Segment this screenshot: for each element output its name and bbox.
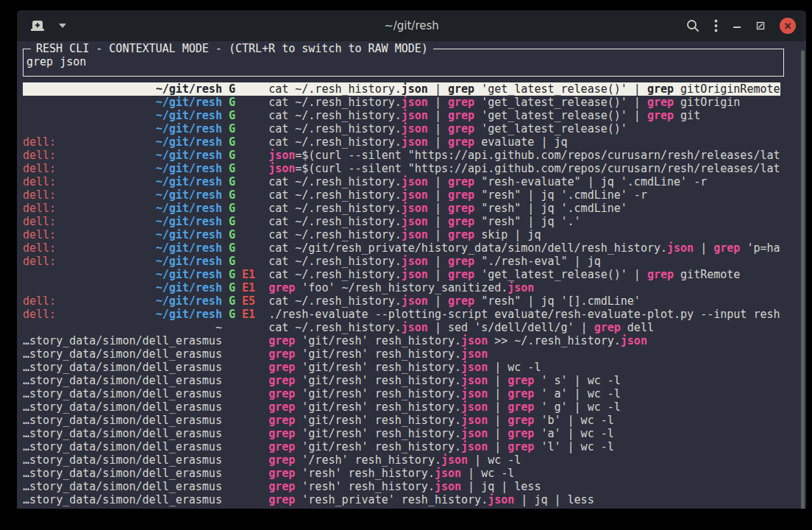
- match-highlight: json: [461, 347, 488, 361]
- restore-icon[interactable]: [756, 21, 765, 30]
- match-highlight: grep: [448, 109, 474, 122]
- row-host: dell:: [23, 308, 56, 321]
- row-command: |: [488, 427, 508, 440]
- history-row[interactable]: …story_data/simon/dell_erasmus grep 'res…: [23, 467, 514, 480]
- row-directory: …story_data/simon/dell_erasmus: [23, 414, 222, 427]
- history-row[interactable]: dell: ~/git/resh G cat ~/.resh_history.j…: [23, 135, 568, 149]
- history-row[interactable]: …story_data/simon/dell_erasmus grep 'res…: [23, 480, 541, 493]
- search-icon[interactable]: [686, 19, 699, 32]
- match-highlight: grep: [268, 440, 295, 453]
- history-row[interactable]: …story_data/simon/dell_erasmus grep 'git…: [23, 387, 621, 400]
- history-list: ~/git/resh G cat ~/.resh_history.json | …: [23, 82, 806, 506]
- match-highlight: json: [461, 414, 488, 427]
- match-highlight: grep: [268, 281, 295, 294]
- new-tab-icon[interactable]: [30, 20, 45, 32]
- row-command: 'git/resh' resh_history.: [295, 347, 461, 361]
- minimize-icon[interactable]: [733, 21, 741, 30]
- match-highlight: json: [461, 334, 488, 347]
- history-row[interactable]: dell: ~/git/resh G cat ~/.resh_history.j…: [23, 215, 581, 228]
- history-row[interactable]: ~/git/resh G E1 grep 'foo' ~/resh_histor…: [23, 281, 534, 294]
- row-directory: …story_data/simon/dell_erasmus: [23, 467, 222, 480]
- match-highlight: json: [268, 149, 295, 162]
- row-command: 'git/resh' resh_history.: [295, 361, 461, 374]
- row-command: 'foo' ~/resh_history_sanitized.: [295, 281, 508, 294]
- titlebar-right-group: ✕: [686, 18, 796, 34]
- match-highlight: json: [461, 361, 488, 374]
- row-command: 'git/resh' resh_history.: [295, 427, 461, 440]
- match-highlight: json: [461, 387, 488, 400]
- row-flag-git: G: [229, 162, 235, 175]
- match-highlight: json: [402, 122, 428, 135]
- history-row[interactable]: …story_data/simon/dell_erasmus grep 'res…: [23, 493, 594, 506]
- history-row[interactable]: ~/git/resh G cat ~/.resh_history.json | …: [23, 122, 627, 135]
- row-directory: ~/git/resh: [156, 109, 222, 122]
- row-command: cat ~/.resh_history.: [268, 202, 402, 215]
- match-highlight: json: [402, 268, 428, 281]
- titlebar[interactable]: ~/git/resh: [17, 10, 806, 41]
- history-row[interactable]: ~/git/resh G cat ~/.resh_history.json | …: [23, 109, 700, 122]
- history-row[interactable]: ~/git/resh G E1 cat ~/.resh_history.json…: [23, 268, 740, 281]
- row-flag-git: G: [229, 135, 235, 149]
- history-row[interactable]: dell: ~/git/resh G E1 ./resh-evaluate --…: [23, 308, 780, 321]
- row-command: cat ~/.resh_history.: [268, 255, 402, 268]
- row-command: ' a' | wc -l: [534, 387, 620, 400]
- row-command: |: [428, 215, 448, 228]
- history-row[interactable]: dell: ~/git/resh G json=$(curl --silent …: [23, 162, 780, 175]
- history-row[interactable]: ~/git/resh G cat ~/.resh_history.json | …: [23, 82, 780, 96]
- history-row[interactable]: …story_data/simon/dell_erasmus grep '/re…: [23, 453, 521, 467]
- row-flag-git: G: [229, 281, 235, 294]
- row-directory: ~/git/resh: [156, 135, 222, 149]
- row-directory: ~/git/resh: [156, 228, 222, 241]
- row-flag-git: G: [229, 175, 235, 188]
- row-command: cat ~/.resh_history.: [268, 135, 402, 149]
- row-directory: …story_data/simon/dell_erasmus: [23, 347, 222, 361]
- history-row[interactable]: …story_data/simon/dell_erasmus grep 'git…: [23, 374, 621, 387]
- row-host: dell:: [23, 202, 56, 215]
- row-flag-git: G: [229, 255, 235, 268]
- row-command: |: [428, 255, 448, 268]
- row-command: | wc -l: [468, 453, 521, 467]
- tabs-dropdown-icon[interactable]: [58, 23, 67, 29]
- history-row[interactable]: dell: ~/git/resh G cat ~/.resh_history.j…: [23, 228, 541, 241]
- row-command: cat ~/.resh_history.: [268, 321, 402, 334]
- match-highlight: json: [667, 241, 694, 255]
- history-row[interactable]: ~/git/resh G cat ~/.resh_history.json | …: [23, 96, 740, 109]
- match-highlight: json: [268, 162, 295, 175]
- history-row[interactable]: …story_data/simon/dell_erasmus grep 'git…: [23, 361, 541, 374]
- resh-query-box[interactable]: RESH CLI - CONTEXTUAL MODE - (CTRL+R to …: [23, 49, 784, 77]
- history-row[interactable]: dell: ~/git/resh G E5 cat ~/.resh_histor…: [23, 294, 641, 308]
- match-highlight: grep: [647, 109, 674, 122]
- history-row[interactable]: dell: ~/git/resh G cat ~/git/resh_privat…: [23, 241, 780, 255]
- history-row[interactable]: dell: ~/git/resh G cat ~/.resh_history.j…: [23, 255, 601, 268]
- match-highlight: json: [461, 427, 488, 440]
- history-row[interactable]: dell: ~/git/resh G cat ~/.resh_history.j…: [23, 175, 707, 188]
- row-flag-git: G: [229, 82, 235, 96]
- history-row[interactable]: …story_data/simon/dell_erasmus grep 'git…: [23, 414, 614, 427]
- history-row[interactable]: dell: ~/git/resh G cat ~/.resh_history.j…: [23, 202, 627, 215]
- row-directory: …story_data/simon/dell_erasmus: [23, 374, 222, 387]
- history-row[interactable]: …story_data/simon/dell_erasmus grep 'git…: [23, 400, 621, 414]
- match-highlight: grep: [268, 387, 295, 400]
- row-command: 'get_latest_release()' |: [474, 268, 647, 281]
- history-row[interactable]: …story_data/simon/dell_erasmus grep 'git…: [23, 347, 488, 361]
- history-row[interactable]: …story_data/simon/dell_erasmus grep 'git…: [23, 427, 614, 440]
- history-row[interactable]: dell: ~/git/resh G json=$(curl --silent …: [23, 149, 780, 162]
- terminal-window: ~/git/resh: [17, 10, 806, 509]
- history-row[interactable]: …story_data/simon/dell_erasmus grep 'git…: [23, 334, 647, 347]
- row-command: |: [428, 109, 448, 122]
- match-highlight: grep: [268, 467, 295, 480]
- row-command: 'get_latest_release()' |: [474, 96, 647, 109]
- row-command: 'get_latest_release()' |: [474, 82, 647, 96]
- history-row[interactable]: dell: ~/git/resh G cat ~/.resh_history.j…: [23, 188, 647, 202]
- row-flag-exit: E1: [242, 308, 255, 321]
- match-highlight: grep: [448, 175, 474, 188]
- row-flag-git: G: [229, 241, 235, 255]
- row-command: |: [428, 135, 448, 149]
- history-row[interactable]: ~ cat ~/.resh_history.json | sed 's/dell…: [23, 321, 654, 334]
- row-command: "resh-evaluate" | jq '.cmdLine' -r: [474, 175, 707, 188]
- row-flag-git: G: [229, 202, 235, 215]
- menu-icon[interactable]: [714, 19, 718, 32]
- close-icon[interactable]: ✕: [780, 18, 796, 34]
- scrollbar[interactable]: [801, 50, 805, 509]
- history-row[interactable]: …story_data/simon/dell_erasmus grep 'git…: [23, 440, 614, 453]
